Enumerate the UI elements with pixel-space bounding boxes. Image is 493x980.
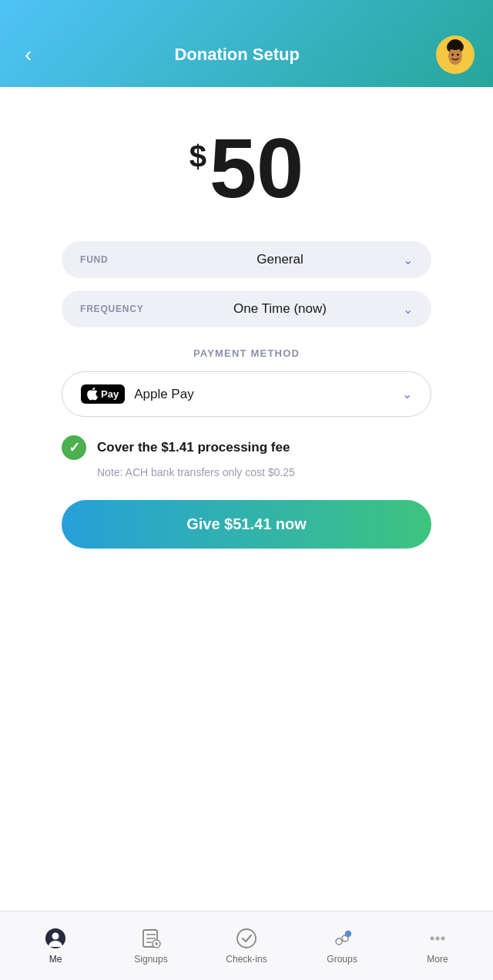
- nav-label-checkins: Check-ins: [226, 954, 267, 965]
- svg-point-24: [441, 936, 445, 940]
- fund-value: General: [157, 252, 403, 267]
- nav-label-more: More: [427, 954, 448, 965]
- payment-method-heading: PAYMENT METHOD: [62, 347, 431, 359]
- back-button[interactable]: ‹: [18, 36, 38, 73]
- payment-chevron-icon: ⌄: [402, 387, 412, 401]
- processing-fee-checkbox[interactable]: ✓: [62, 435, 86, 460]
- fund-dropdown-container: FUND General ⌄: [62, 241, 431, 278]
- apple-logo-icon: [87, 388, 98, 401]
- svg-point-22: [431, 936, 434, 940]
- payment-method-dropdown[interactable]: Pay Apple Pay ⌄: [62, 371, 431, 417]
- frequency-value: One Time (now): [157, 301, 403, 317]
- fund-label: FUND: [80, 254, 157, 265]
- header: ‹ Donation Setup: [0, 0, 493, 87]
- bottom-nav: Me Signups Check-ins: [0, 911, 493, 980]
- nav-item-groups[interactable]: Groups: [294, 920, 390, 965]
- avatar-icon: [438, 37, 473, 72]
- me-icon: [45, 928, 66, 949]
- amount-value: 50: [210, 126, 304, 210]
- page-title: Donation Setup: [174, 45, 300, 65]
- svg-point-2: [448, 48, 462, 65]
- frequency-chevron-icon: ⌄: [403, 302, 413, 317]
- currency-symbol: $: [189, 139, 206, 174]
- frequency-dropdown-container: FREQUENCY One Time (now) ⌄: [62, 290, 431, 327]
- more-icon: [427, 928, 448, 949]
- fund-dropdown[interactable]: FUND General ⌄: [62, 241, 431, 278]
- svg-line-21: [346, 935, 347, 936]
- processing-fee-text: Cover the $1.41 processing fee: [97, 440, 290, 455]
- main-content: $ 50 FUND General ⌄ FREQUENCY One Time (…: [0, 87, 493, 911]
- give-button[interactable]: Give $51.41 now: [62, 500, 431, 549]
- svg-point-5: [457, 53, 459, 55]
- nav-item-more[interactable]: More: [390, 920, 485, 965]
- signups-icon: [140, 928, 162, 949]
- nav-label-signups: Signups: [134, 954, 167, 965]
- svg-point-3: [448, 39, 462, 50]
- processing-fee-row: ✓ Cover the $1.41 processing fee: [62, 435, 431, 460]
- amount-display: $ 50: [189, 126, 304, 210]
- svg-point-7: [52, 932, 59, 939]
- checkins-icon: [236, 928, 257, 949]
- avatar[interactable]: [436, 35, 475, 74]
- nav-label-me: Me: [49, 954, 62, 965]
- svg-point-15: [237, 929, 256, 948]
- check-icon: ✓: [69, 439, 80, 456]
- svg-point-16: [336, 938, 342, 945]
- groups-icon: [331, 928, 353, 949]
- fund-chevron-icon: ⌄: [403, 253, 413, 267]
- svg-point-4: [451, 53, 454, 55]
- frequency-label: FREQUENCY: [80, 304, 157, 314]
- processing-fee-note: Note: ACH bank transfers only cost $0.25: [62, 466, 431, 478]
- nav-item-signups[interactable]: Signups: [103, 920, 199, 965]
- nav-label-groups: Groups: [327, 954, 357, 965]
- apple-pay-badge: Pay: [81, 384, 125, 404]
- frequency-dropdown[interactable]: FREQUENCY One Time (now) ⌄: [62, 290, 431, 327]
- nav-item-me[interactable]: Me: [8, 920, 103, 965]
- payment-method-value: Apple Pay: [134, 387, 402, 402]
- apple-pay-badge-text: Pay: [101, 388, 119, 400]
- payment-section: PAYMENT METHOD Pay Apple Pay ⌄ ✓ Cover t…: [62, 347, 431, 564]
- nav-item-checkins[interactable]: Check-ins: [199, 920, 294, 965]
- svg-point-23: [436, 936, 440, 940]
